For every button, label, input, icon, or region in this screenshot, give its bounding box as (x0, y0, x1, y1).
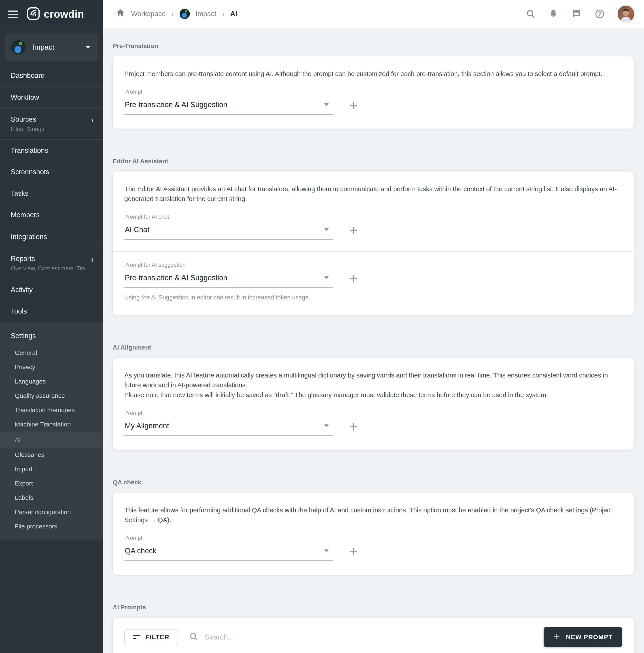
sidebar-item-settings[interactable]: Settings (0, 325, 103, 346)
breadcrumb-page: AI (230, 10, 237, 18)
ai-alignment-card: As you translate, this AI feature automa… (113, 358, 634, 450)
add-prompt-icon[interactable] (348, 100, 359, 111)
crowdin-logo[interactable]: crowdin (26, 7, 84, 22)
help-icon[interactable] (594, 8, 605, 19)
section-heading-editor-ai-assistant: Editor AI Assistant (113, 158, 634, 165)
messages-icon[interactable] (571, 8, 582, 19)
dropdown-caret-icon (324, 228, 329, 231)
sidebar-item-quality-assurance[interactable]: Quality assurance (0, 389, 103, 403)
qa-check-prompt-select[interactable]: QA check (124, 543, 333, 561)
sidebar-item-translations[interactable]: Translations (0, 140, 103, 161)
ai-suggestion-helper-text: Using the AI Suggestion in editor can re… (124, 294, 622, 301)
sidebar-item-export[interactable]: Export (0, 476, 103, 491)
chevron-right-icon: › (91, 255, 94, 264)
editor-description: The Editor AI Assistant provides an AI c… (124, 184, 622, 204)
sidebar: Impact Dashboard Workflow Sources Files,… (0, 28, 103, 653)
sidebar-item-sources-subtitle: Files, Strings (11, 126, 94, 132)
plus-icon (553, 632, 561, 642)
prompt-label: Prompt (124, 535, 622, 541)
sidebar-item-tools[interactable]: Tools (0, 300, 103, 322)
pre-translation-description: Project members can pre-translate conten… (124, 69, 622, 79)
home-icon[interactable] (115, 8, 125, 20)
ai-prompts-toolbar: FILTER NEW PROMPT (113, 618, 634, 653)
breadcrumb-workspace[interactable]: Workspace (131, 10, 166, 18)
project-avatar (11, 40, 25, 54)
sidebar-item-file-processors[interactable]: File processors (0, 519, 103, 534)
sidebar-item-privacy[interactable]: Privacy (0, 360, 103, 374)
sidebar-item-tasks[interactable]: Tasks (0, 183, 103, 204)
sidebar-item-languages[interactable]: Languages (0, 374, 103, 389)
sidebar-item-activity[interactable]: Activity (0, 279, 103, 300)
crowdin-logo-icon (26, 7, 40, 22)
pre-translation-card: Project members can pre-translate conten… (113, 56, 634, 128)
section-heading-qa-check: QA check (113, 479, 634, 486)
chevron-right-icon: › (222, 9, 224, 19)
filter-button[interactable]: FILTER (124, 629, 178, 645)
search-input[interactable] (204, 633, 544, 642)
topbar-actions (525, 6, 634, 22)
sidebar-item-parser-configuration[interactable]: Parser configuration (0, 505, 103, 519)
chevron-right-icon: › (91, 115, 94, 125)
main-content: Pre-Translation Project members can pre-… (103, 28, 644, 653)
add-prompt-icon[interactable] (348, 225, 359, 236)
add-prompt-icon[interactable] (348, 421, 359, 432)
section-heading-ai-alignment: AI Alignment (113, 344, 634, 351)
notifications-bell-icon[interactable] (548, 9, 559, 19)
alignment-description-1: As you translate, this AI feature automa… (124, 370, 622, 390)
hamburger-menu-icon[interactable] (8, 10, 18, 18)
sidebar-item-general[interactable]: General (0, 346, 103, 360)
prompt-label: Prompt (124, 89, 622, 95)
sidebar-nav: Dashboard Workflow Sources Files, String… (0, 65, 103, 322)
breadcrumb-project[interactable]: Impact (196, 10, 217, 18)
sidebar-item-workflow[interactable]: Workflow (0, 87, 103, 109)
chevron-right-icon: › (172, 9, 174, 19)
search-icon (189, 632, 199, 643)
chevron-down-icon (85, 46, 91, 49)
settings-group: Settings General Privacy Languages Quali… (0, 322, 103, 539)
user-avatar[interactable] (618, 6, 634, 22)
search-icon[interactable] (525, 9, 536, 19)
brand-name: crowdin (44, 8, 84, 20)
project-avatar (179, 9, 190, 19)
dropdown-caret-icon (324, 103, 329, 106)
card-divider (113, 251, 634, 252)
topbar: Workspace › Impact › AI (103, 0, 644, 28)
qa-check-card: This feature allows for performing addit… (113, 493, 634, 575)
pre-translation-prompt-select[interactable]: Pre-translation & AI Suggestion (124, 97, 333, 115)
sidebar-item-machine-translation[interactable]: Machine Translation (0, 417, 103, 432)
crowdin-app: crowdin Workspace › Impact › AI (0, 0, 644, 653)
ai-prompts-card: FILTER NEW PROMPT Title Visibilit (113, 618, 634, 653)
filter-icon (133, 635, 141, 639)
project-name: Impact (32, 43, 79, 51)
dropdown-caret-icon (324, 550, 329, 552)
add-prompt-icon[interactable] (348, 547, 359, 557)
alignment-description-2: Please note that new terms will initiall… (124, 390, 622, 400)
qa-description: This feature allows for performing addit… (124, 505, 622, 525)
sidebar-item-screenshots[interactable]: Screenshots (0, 161, 103, 183)
alignment-prompt-select[interactable]: My Alignment (124, 418, 333, 436)
prompt-for-ai-chat-label: Prompt for AI chat (124, 214, 622, 220)
dropdown-caret-icon (324, 425, 329, 427)
sidebar-item-glossaries[interactable]: Glossaries (0, 448, 103, 462)
brand-block: crowdin (0, 0, 103, 28)
ai-suggestion-prompt-select[interactable]: Pre-translation & AI Suggestion (124, 270, 333, 288)
sidebar-item-integrations[interactable]: Integrations (0, 226, 103, 248)
sidebar-item-sources[interactable]: Sources Files, Strings › (0, 109, 103, 140)
sidebar-item-translation-memories[interactable]: Translation memories (0, 403, 103, 417)
sidebar-item-members[interactable]: Members (0, 204, 103, 226)
ai-chat-prompt-select[interactable]: AI Chat (124, 222, 333, 240)
section-heading-ai-prompts: AI Prompts (113, 604, 634, 611)
editor-ai-assistant-card: The Editor AI Assistant provides an AI c… (113, 171, 634, 315)
sidebar-item-labels[interactable]: Labels (0, 491, 103, 505)
new-prompt-button[interactable]: NEW PROMPT (544, 627, 622, 647)
dropdown-caret-icon (324, 276, 329, 279)
breadcrumb: Workspace › Impact › AI (115, 8, 237, 20)
sidebar-item-dashboard[interactable]: Dashboard (0, 65, 103, 87)
prompt-for-ai-suggestion-label: Prompt for AI suggestion (124, 262, 622, 268)
sidebar-item-ai[interactable]: AI (0, 432, 103, 448)
prompts-search (189, 632, 544, 643)
add-prompt-icon[interactable] (348, 273, 359, 284)
sidebar-item-reports[interactable]: Reports Overview, Cost estimate, Transl.… (0, 248, 103, 279)
sidebar-item-import[interactable]: Import (0, 462, 103, 476)
project-switcher[interactable]: Impact (5, 33, 98, 61)
